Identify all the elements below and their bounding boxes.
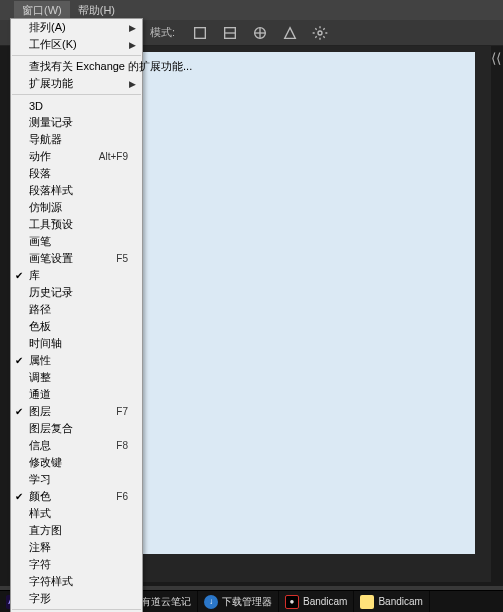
menu-item-label: 颜色 [29, 489, 108, 504]
mode-label: 模式: [150, 25, 175, 40]
task-bandicam-2[interactable]: Bandicam [354, 591, 429, 613]
submenu-arrow-icon: ▶ [129, 79, 136, 89]
menu-find-extensions[interactable]: 查找有关 Exchange 的扩展功能... [11, 58, 142, 75]
menu-item[interactable]: 字符样式 [11, 573, 142, 590]
menu-item[interactable]: ✔颜色F6 [11, 488, 142, 505]
task-downloader[interactable]: ↓下载管理器 [198, 591, 279, 613]
panel-toggle-icon[interactable]: ⟨⟨ [491, 50, 503, 80]
menu-item-label: 路径 [29, 302, 128, 317]
svg-rect-0 [195, 27, 206, 38]
menu-item-label: 调整 [29, 370, 128, 385]
menu-shortcut: F6 [116, 491, 128, 502]
menu-item[interactable]: 3D [11, 97, 142, 114]
menu-item[interactable]: 色板 [11, 318, 142, 335]
menu-item[interactable]: 导航器 [11, 131, 142, 148]
mode-icon-3[interactable] [249, 22, 271, 44]
menu-window[interactable]: 窗口(W) [14, 1, 70, 20]
menu-item-label: 动作 [29, 149, 91, 164]
menu-item[interactable]: 注释 [11, 539, 142, 556]
menu-item[interactable]: 历史记录 [11, 284, 142, 301]
menu-item-label: 段落样式 [29, 183, 128, 198]
menu-item-label: 注释 [29, 540, 128, 555]
menu-item[interactable]: 直方图 [11, 522, 142, 539]
menu-item-label: 属性 [29, 353, 128, 368]
download-icon: ↓ [204, 595, 218, 609]
check-icon: ✔ [15, 491, 23, 502]
menu-item-label: 色板 [29, 319, 128, 334]
menu-shortcut: Alt+F9 [99, 151, 128, 162]
menu-item[interactable]: 动作Alt+F9 [11, 148, 142, 165]
menu-extensions[interactable]: 扩展功能▶ [11, 75, 142, 92]
menu-item-label: 信息 [29, 438, 108, 453]
menu-item-label: 字符 [29, 557, 128, 572]
menubar: 窗口(W) 帮助(H) [0, 0, 503, 20]
menu-item[interactable]: 时间轴 [11, 335, 142, 352]
menu-shortcut: F7 [116, 406, 128, 417]
menu-item[interactable]: 段落 [11, 165, 142, 182]
menu-item-label: 通道 [29, 387, 128, 402]
folder-icon [360, 595, 374, 609]
mode-icon-2[interactable] [219, 22, 241, 44]
menu-item[interactable]: ✔图层F7 [11, 403, 142, 420]
check-icon: ✔ [15, 355, 23, 366]
mode-icon-4[interactable] [279, 22, 301, 44]
menu-item[interactable]: 修改键 [11, 454, 142, 471]
menu-item[interactable]: 字符 [11, 556, 142, 573]
svg-point-6 [318, 31, 322, 35]
menu-item-label: 样式 [29, 506, 128, 521]
menu-workspace[interactable]: 工作区(K)▶ [11, 36, 142, 53]
menu-item-label: 仿制源 [29, 200, 128, 215]
menu-item-label: 时间轴 [29, 336, 128, 351]
submenu-arrow-icon: ▶ [129, 40, 136, 50]
menu-shortcut: F8 [116, 440, 128, 451]
menu-item-label: 测量记录 [29, 115, 128, 130]
menu-item-label: 段落 [29, 166, 128, 181]
menu-item-label: 修改键 [29, 455, 128, 470]
menu-item-label: 3D [29, 100, 128, 112]
menu-separator [12, 55, 141, 56]
menu-help[interactable]: 帮助(H) [70, 1, 123, 20]
mode-icon-1[interactable] [189, 22, 211, 44]
menu-item[interactable]: 画笔设置F5 [11, 250, 142, 267]
menu-item[interactable]: 测量记录 [11, 114, 142, 131]
bandicam-icon: ● [285, 595, 299, 609]
menu-separator [12, 94, 141, 95]
menu-item[interactable]: 样式 [11, 505, 142, 522]
submenu-arrow-icon: ▶ [129, 23, 136, 33]
menu-arrange[interactable]: 排列(A)▶ [11, 19, 142, 36]
menu-item[interactable]: 段落样式 [11, 182, 142, 199]
check-icon: ✔ [15, 406, 23, 417]
task-bandicam-1[interactable]: ●Bandicam [279, 591, 354, 613]
check-icon: ✔ [15, 270, 23, 281]
menu-item-label: 图层 [29, 404, 108, 419]
menu-item-label: 画笔 [29, 234, 128, 249]
menu-item[interactable]: 工具预设 [11, 216, 142, 233]
window-menu-dropdown: 排列(A)▶ 工作区(K)▶ 查找有关 Exchange 的扩展功能... 扩展… [10, 18, 143, 612]
menu-item[interactable]: 通道 [11, 386, 142, 403]
menu-item[interactable]: 调整 [11, 369, 142, 386]
menu-item-label: 图层复合 [29, 421, 128, 436]
menu-item[interactable]: 画笔 [11, 233, 142, 250]
menu-separator [12, 609, 141, 610]
menu-item[interactable]: 仿制源 [11, 199, 142, 216]
menu-item-label: 字符样式 [29, 574, 128, 589]
menu-item[interactable]: 路径 [11, 301, 142, 318]
menu-item[interactable]: ✔库 [11, 267, 142, 284]
menu-item[interactable]: 学习 [11, 471, 142, 488]
menu-item[interactable]: 图层复合 [11, 420, 142, 437]
menu-item-label: 历史记录 [29, 285, 128, 300]
menu-item-label: 工具预设 [29, 217, 128, 232]
menu-item-label: 直方图 [29, 523, 128, 538]
menu-item-label: 库 [29, 268, 128, 283]
gear-icon[interactable] [309, 22, 331, 44]
menu-item[interactable]: 信息F8 [11, 437, 142, 454]
menu-item-label: 学习 [29, 472, 128, 487]
menu-item[interactable]: 字形 [11, 590, 142, 607]
menu-shortcut: F5 [116, 253, 128, 264]
menu-item-label: 字形 [29, 591, 128, 606]
menu-item-label: 导航器 [29, 132, 128, 147]
menu-item[interactable]: ✔属性 [11, 352, 142, 369]
menu-item-label: 画笔设置 [29, 251, 108, 266]
